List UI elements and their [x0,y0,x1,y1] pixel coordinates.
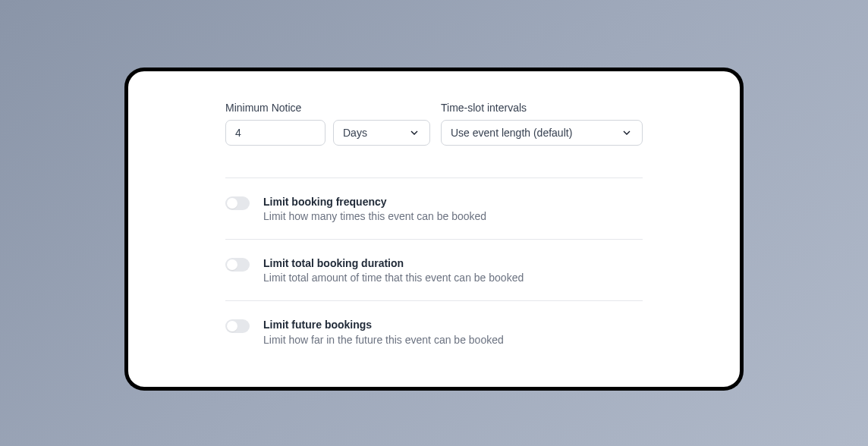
minimum-notice-unit-value: Days [343,127,367,139]
option-title: Limit booking frequency [263,195,486,209]
settings-panel: Minimum Notice 4 Days Time-slot interval… [124,68,744,391]
minimum-notice-value: 4 [235,127,241,139]
toggle-knob [227,321,237,331]
chevron-down-icon [621,127,633,139]
option-limit-booking-frequency: Limit booking frequency Limit how many t… [225,178,643,240]
option-limit-future-bookings: Limit future bookings Limit how far in t… [225,301,643,362]
toggle-limit-total-booking-duration[interactable] [225,258,250,272]
timeslot-intervals-select[interactable]: Use event length (default) [441,120,643,146]
option-description: Limit how many times this event can be b… [263,210,486,222]
toggle-limit-booking-frequency[interactable] [225,196,250,210]
minimum-notice-label: Minimum Notice [225,102,430,114]
minimum-notice-controls: 4 Days [225,120,430,146]
toggle-limit-future-bookings[interactable] [225,319,250,333]
timeslot-intervals-label: Time-slot intervals [441,102,643,114]
toggle-knob [227,259,237,270]
option-title: Limit total booking duration [263,256,524,270]
timeslot-intervals-value: Use event length (default) [451,127,572,139]
minimum-notice-input[interactable]: 4 [225,120,326,146]
chevron-down-icon [408,127,420,139]
option-text: Limit total booking duration Limit total… [263,256,524,284]
option-text: Limit booking frequency Limit how many t… [263,195,486,222]
top-controls-row: Minimum Notice 4 Days Time-slot interval… [225,102,643,146]
option-text: Limit future bookings Limit how far in t… [263,318,504,345]
option-limit-total-booking-duration: Limit total booking duration Limit total… [225,240,643,301]
timeslot-intervals-group: Time-slot intervals Use event length (de… [441,102,643,146]
toggle-knob [227,198,237,209]
minimum-notice-unit-select[interactable]: Days [333,120,430,146]
option-description: Limit total amount of time that this eve… [263,272,524,284]
minimum-notice-group: Minimum Notice 4 Days [225,102,430,146]
option-title: Limit future bookings [263,318,504,331]
option-description: Limit how far in the future this event c… [263,334,504,346]
